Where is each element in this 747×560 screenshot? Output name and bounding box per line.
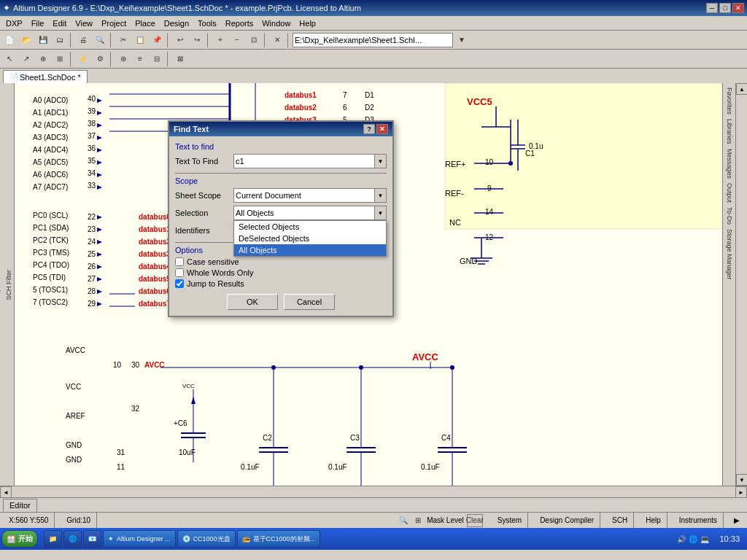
taskbar-app-2[interactable]: 🌐 bbox=[63, 530, 82, 548]
panel-output[interactable]: Output bbox=[724, 182, 735, 204]
tb-save-all[interactable]: 🗂 bbox=[52, 32, 68, 48]
tb-new[interactable]: 📄 bbox=[1, 32, 18, 48]
dialog-title-bar[interactable]: Find Text ? ✕ bbox=[169, 122, 392, 136]
tb-redo[interactable]: ↪ bbox=[189, 32, 205, 48]
taskbar-radio[interactable]: 📻 基于CC1000的射频... bbox=[237, 530, 321, 548]
sheet-scope-select[interactable]: Current Document Open Documents Project … bbox=[233, 188, 387, 203]
menu-place[interactable]: Place bbox=[131, 16, 160, 30]
tb-zoom-in[interactable]: + bbox=[212, 32, 228, 48]
tb2-2[interactable]: ↗ bbox=[18, 51, 34, 67]
svg-text:10: 10 bbox=[485, 158, 494, 166]
dialog-help-btn[interactable]: ? bbox=[363, 124, 375, 134]
dialog-close-btn[interactable]: ✕ bbox=[376, 124, 388, 134]
tb-undo[interactable]: ↩ bbox=[172, 32, 188, 48]
tb2-1[interactable]: ↖ bbox=[1, 51, 18, 67]
section-title-text: Text to find bbox=[175, 142, 387, 151]
tb2-10[interactable]: ⊠ bbox=[172, 51, 188, 67]
menu-project[interactable]: Project bbox=[97, 16, 131, 30]
editor-tab[interactable]: Editor bbox=[3, 499, 37, 512]
tb-fit[interactable]: ⊡ bbox=[246, 32, 262, 48]
svg-text:11: 11 bbox=[117, 463, 125, 471]
menu-design[interactable]: Design bbox=[160, 16, 193, 30]
svg-text:REF+: REF+ bbox=[445, 160, 465, 168]
jump-results-label: Jump to Results bbox=[187, 279, 244, 288]
svg-text:33: 33 bbox=[88, 182, 96, 190]
selection-dropdown[interactable]: Selected Objects DeSelected Objects All … bbox=[233, 220, 387, 257]
menu-dxp[interactable]: DXP bbox=[1, 16, 27, 30]
tb-copy[interactable]: 📋 bbox=[132, 32, 148, 48]
option-selected-objects[interactable]: Selected Objects bbox=[234, 221, 386, 233]
tb-cut[interactable]: ✂ bbox=[115, 32, 131, 48]
panel-sch-filter[interactable]: SCH Filter bbox=[4, 268, 14, 302]
tb2-5[interactable]: ⚡ bbox=[75, 51, 91, 67]
svg-text:0.1uF: 0.1uF bbox=[328, 463, 347, 471]
selection-dropdown-arrow[interactable]: ▼ bbox=[374, 206, 386, 219]
svg-text:VCC5: VCC5 bbox=[467, 96, 492, 107]
menu-help[interactable]: Help bbox=[295, 16, 320, 30]
close-button[interactable]: ✕ bbox=[732, 3, 744, 13]
svg-text:A5 (ADC5): A5 (ADC5) bbox=[33, 158, 68, 166]
tb-zoom-out[interactable]: − bbox=[229, 32, 245, 48]
tb2-4[interactable]: ⊞ bbox=[52, 51, 68, 67]
option-deselected-objects[interactable]: DeSelected Objects bbox=[234, 233, 386, 244]
start-button[interactable]: 🪟 开始 bbox=[1, 530, 38, 548]
taskbar-app-1[interactable]: 📁 bbox=[44, 530, 62, 548]
help-btn[interactable]: Help bbox=[640, 513, 667, 528]
sch-btn[interactable]: SCH bbox=[606, 513, 634, 528]
tb2-7[interactable]: ⊛ bbox=[115, 51, 131, 67]
search-status-icon[interactable]: 🔍 bbox=[398, 515, 409, 526]
scroll-left-btn[interactable]: ◄ bbox=[0, 486, 12, 497]
menu-file[interactable]: File bbox=[27, 16, 49, 30]
tb-nav[interactable]: ▼ bbox=[454, 32, 470, 48]
menu-reports[interactable]: Reports bbox=[221, 16, 258, 30]
instruments-btn[interactable]: Instruments bbox=[673, 513, 724, 528]
tb-paste[interactable]: 📌 bbox=[149, 32, 165, 48]
tb-preview[interactable]: 🔍 bbox=[92, 32, 108, 48]
system-btn[interactable]: System bbox=[492, 513, 528, 528]
tb2-3[interactable]: ⊕ bbox=[35, 51, 51, 67]
ok-button[interactable]: OK bbox=[227, 294, 278, 310]
tb-print[interactable]: 🖨 bbox=[75, 32, 91, 48]
case-sensitive-checkbox[interactable] bbox=[175, 257, 184, 266]
tb-save[interactable]: 💾 bbox=[35, 32, 51, 48]
main-tab[interactable]: 📄 Sheet1.SchDoc * bbox=[3, 70, 88, 83]
tb-open[interactable]: 📂 bbox=[18, 32, 34, 48]
panel-todo[interactable]: To-Do bbox=[724, 206, 735, 226]
status-btn1[interactable]: ⊞ bbox=[412, 515, 424, 526]
panel-libraries[interactable]: Libraries bbox=[724, 117, 735, 146]
minimize-button[interactable]: ─ bbox=[706, 3, 718, 13]
clear-btn[interactable]: Clear bbox=[467, 514, 483, 527]
menu-tools[interactable]: Tools bbox=[193, 16, 221, 30]
panel-clipboard[interactable]: Clipboard bbox=[0, 270, 2, 301]
design-compiler-btn[interactable]: Design Compiler bbox=[534, 513, 600, 528]
menu-view[interactable]: View bbox=[71, 16, 97, 30]
path-input[interactable] bbox=[293, 33, 453, 47]
maximize-button[interactable]: □ bbox=[719, 3, 731, 13]
panel-favorites[interactable]: Favorites bbox=[724, 86, 735, 116]
taskbar-app-3[interactable]: 📧 bbox=[83, 530, 101, 548]
panel-storage[interactable]: Storage Manager bbox=[724, 228, 735, 281]
scroll-down-btn[interactable]: ▼ bbox=[736, 474, 747, 486]
tb-x[interactable]: ✕ bbox=[269, 32, 285, 48]
cancel-button[interactable]: Cancel bbox=[284, 294, 335, 310]
selection-display[interactable]: All Objects bbox=[233, 206, 387, 220]
panel-messages[interactable]: Messages bbox=[724, 147, 735, 180]
option-all-objects[interactable]: All Objects bbox=[234, 244, 386, 256]
taskbar-altium[interactable]: ✦ Altium Designer ... bbox=[103, 530, 176, 548]
tb2-6[interactable]: ⚙ bbox=[92, 51, 108, 67]
menu-window[interactable]: Window bbox=[258, 16, 295, 30]
menu-edit[interactable]: Edit bbox=[48, 16, 71, 30]
svg-text:databus1: databus1 bbox=[139, 225, 171, 233]
text-to-find-input[interactable] bbox=[233, 154, 387, 168]
scroll-right-btn[interactable]: ► bbox=[735, 486, 747, 497]
scrollbar-horizontal[interactable]: ◄ ► bbox=[0, 486, 747, 497]
tb2-9[interactable]: ⊟ bbox=[149, 51, 165, 67]
scrollbar-vertical[interactable]: ▲ ▼ bbox=[735, 83, 747, 486]
taskbar-cd[interactable]: 💿 CC1000光盘 bbox=[177, 530, 236, 548]
scroll-up-btn[interactable]: ▲ bbox=[736, 83, 747, 95]
tb2-8[interactable]: ≡ bbox=[132, 51, 148, 67]
jump-results-checkbox[interactable] bbox=[175, 279, 184, 288]
case-sensitive-row: Case sensitive bbox=[175, 257, 387, 266]
whole-words-checkbox[interactable] bbox=[175, 268, 184, 277]
svg-text:6: 6 bbox=[343, 104, 347, 112]
